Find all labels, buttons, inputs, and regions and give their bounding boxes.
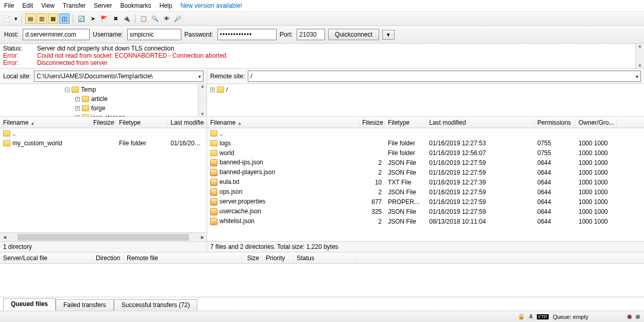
column-header[interactable]: Filetype bbox=[116, 119, 167, 126]
cell-own: 1000 1000 bbox=[575, 198, 617, 206]
list-item[interactable]: logsFile folder01/16/2019 12:27:53075510… bbox=[207, 138, 644, 148]
separator bbox=[135, 14, 135, 23]
find-icon[interactable]: 🔎 bbox=[173, 13, 183, 24]
remote-path-combo[interactable]: / bbox=[248, 71, 641, 82]
local-file-list[interactable]: Filename▲FilesizeFiletypeLast modifie ..… bbox=[0, 117, 207, 241]
menu-edit[interactable]: Edit bbox=[22, 2, 33, 9]
expand-icon[interactable]: + bbox=[75, 97, 80, 101]
column-header[interactable]: Filename▲ bbox=[0, 119, 90, 126]
tree-item[interactable]: +/ bbox=[210, 85, 641, 94]
cell-mod: 01/16/2019 12:27:59 bbox=[426, 169, 534, 176]
list-item[interactable]: .. bbox=[207, 128, 644, 138]
toggle-layout-icon[interactable]: ◫ bbox=[59, 13, 70, 24]
queue-column-header[interactable]: Remote file bbox=[124, 255, 242, 262]
menu-view[interactable]: View bbox=[41, 2, 55, 9]
username-input[interactable] bbox=[127, 29, 181, 40]
column-header[interactable]: Last modifie bbox=[167, 119, 205, 126]
sort-arrow-icon: ▲ bbox=[30, 121, 35, 126]
disconnect-icon[interactable]: 🔌 bbox=[122, 13, 132, 24]
compare-icon[interactable]: 🔍 bbox=[150, 13, 160, 24]
cell-name: logs bbox=[207, 140, 359, 147]
log-scrollbar[interactable] bbox=[635, 44, 644, 68]
cancel-icon[interactable]: ✖ bbox=[110, 13, 121, 24]
list-item[interactable]: server.properties877PROPERTIE...01/16/20… bbox=[207, 197, 644, 207]
tree-item[interactable]: +article bbox=[3, 94, 204, 104]
expand-icon[interactable]: − bbox=[65, 88, 70, 92]
process-queue-icon[interactable]: ➤ bbox=[88, 13, 98, 24]
queue-column-header[interactable]: Direction bbox=[93, 255, 124, 262]
list-item[interactable]: eula.txt10TXT File01/16/2019 12:27:39064… bbox=[207, 177, 644, 187]
list-item[interactable]: .. bbox=[0, 128, 207, 138]
expand-icon[interactable]: + bbox=[75, 106, 80, 111]
menu-file[interactable]: File bbox=[4, 2, 14, 9]
queue-body[interactable] bbox=[0, 264, 644, 297]
tab-queued-files[interactable]: Queued files bbox=[3, 298, 56, 311]
column-header[interactable]: Filesize bbox=[90, 119, 116, 126]
column-header[interactable]: Filesize bbox=[359, 119, 385, 126]
cell-mod: 01/16/2019 12:27:59 bbox=[426, 198, 534, 206]
toggle-log-icon[interactable]: ▤ bbox=[25, 13, 36, 24]
list-item[interactable]: banned-players.json2JSON File01/16/2019 … bbox=[207, 167, 644, 177]
ftp-icon[interactable]: FTP bbox=[537, 314, 549, 319]
expand-icon[interactable]: + bbox=[210, 88, 215, 92]
tab-failed-transfers[interactable]: Failed transfers bbox=[56, 299, 114, 311]
file-icon bbox=[210, 208, 217, 215]
host-input[interactable] bbox=[23, 29, 90, 40]
cell-mod: 01/16/2019 1 bbox=[167, 140, 205, 147]
list-item[interactable]: worldFile folder01/16/2019 12:56:0707551… bbox=[207, 148, 644, 158]
menu-help[interactable]: Help bbox=[159, 2, 172, 9]
refresh-icon[interactable]: 🔄 bbox=[76, 13, 87, 24]
queue-status-label: Queue: empty bbox=[553, 314, 588, 320]
reconnect-icon[interactable]: 📋 bbox=[139, 13, 149, 24]
list-item[interactable]: usercache.json325JSON File01/16/2019 12:… bbox=[207, 207, 644, 216]
quickconnect-dropdown[interactable]: ▼ bbox=[382, 30, 395, 40]
menu-transfer[interactable]: Transfer bbox=[63, 2, 86, 9]
key-icon[interactable]: A bbox=[529, 313, 533, 320]
new-version-link[interactable]: New version available! bbox=[180, 2, 242, 9]
local-tree-scrollbar[interactable] bbox=[198, 84, 207, 116]
cell-mod: 01/16/2019 12:27:59 bbox=[426, 159, 534, 166]
toggle-pause-icon[interactable]: 🚩 bbox=[99, 13, 109, 24]
column-header[interactable]: Permissions bbox=[534, 119, 575, 126]
separator bbox=[22, 14, 22, 23]
list-item[interactable]: ops.json2JSON File01/16/2019 12:27:59064… bbox=[207, 187, 644, 197]
cell-size: 2 bbox=[359, 189, 385, 196]
lock-icon[interactable]: 🔒 bbox=[518, 313, 525, 320]
cell-perm: 0644 bbox=[534, 169, 575, 176]
cell-name: ops.json bbox=[207, 188, 359, 196]
quickconnect-button[interactable]: Quickconnect bbox=[328, 29, 379, 40]
tree-item[interactable]: +forge bbox=[3, 104, 204, 113]
queue-column-header[interactable]: Status bbox=[294, 255, 355, 262]
queue-column-header[interactable]: Server/Local file bbox=[0, 255, 93, 262]
tab-successful-transfers[interactable]: Successful transfers (72) bbox=[114, 299, 198, 311]
remote-file-list[interactable]: Filename▲FilesizeFiletypeLast modifiedPe… bbox=[207, 117, 644, 241]
toggle-tree-icon[interactable]: ▥ bbox=[37, 13, 47, 24]
sync-browse-icon[interactable]: 👁 bbox=[161, 13, 172, 24]
queue-column-header[interactable]: Priority bbox=[263, 255, 294, 262]
local-path-combo[interactable]: C:\Users\JAMES\Documents\Temp\article\ bbox=[34, 71, 204, 82]
list-item[interactable]: my_custom_worldFile folder01/16/2019 1 bbox=[0, 138, 207, 148]
column-header[interactable]: Last modified bbox=[426, 119, 534, 126]
port-input[interactable] bbox=[297, 29, 325, 40]
tree-item[interactable]: +json-storage bbox=[3, 113, 204, 117]
cell-own: 1000 1000 bbox=[575, 208, 617, 215]
remote-tree[interactable]: +/ bbox=[207, 84, 644, 117]
tree-item[interactable]: −Temp bbox=[3, 85, 204, 94]
toggle-queue-icon[interactable]: ▦ bbox=[48, 13, 58, 24]
column-header[interactable]: Owner/Gro... bbox=[575, 119, 617, 126]
site-manager-icon[interactable]: 📄 bbox=[2, 13, 12, 24]
local-hscrollbar[interactable] bbox=[0, 232, 207, 241]
password-input[interactable] bbox=[217, 29, 277, 40]
local-tree[interactable]: −Temp+article+forge+json-storage bbox=[0, 84, 207, 117]
dropdown-icon[interactable]: ▾ bbox=[13, 13, 19, 24]
cell-type: File folder bbox=[385, 149, 426, 157]
column-header[interactable]: Filename▲ bbox=[207, 119, 359, 126]
menu-server[interactable]: Server bbox=[94, 2, 112, 9]
list-item[interactable]: whitelist.json2JSON File08/13/2018 10:11… bbox=[207, 216, 644, 226]
username-label: Username: bbox=[93, 31, 123, 38]
cell-perm: 0644 bbox=[534, 208, 575, 215]
column-header[interactable]: Filetype bbox=[385, 119, 426, 126]
menu-bookmarks[interactable]: Bookmarks bbox=[120, 2, 151, 9]
list-item[interactable]: banned-ips.json2JSON File01/16/2019 12:2… bbox=[207, 158, 644, 167]
queue-column-header[interactable]: Size bbox=[242, 255, 263, 262]
